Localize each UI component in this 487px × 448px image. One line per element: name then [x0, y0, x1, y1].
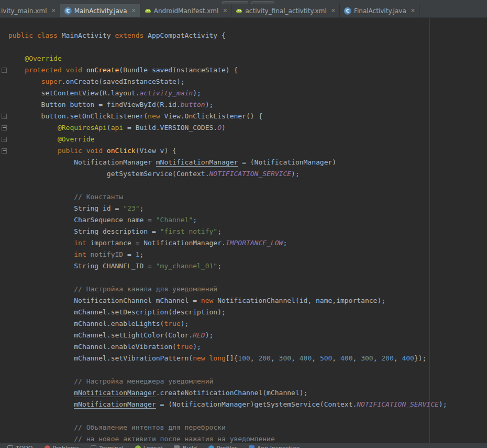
statusbar-item-build[interactable]: Build [174, 445, 197, 448]
statusbar-item-todo[interactable]: TODO [7, 445, 33, 448]
code-line: int notifyID = 1; [8, 249, 487, 260]
statusbar-label: App Inspection [257, 445, 300, 448]
problems-icon [45, 445, 50, 448]
code-line: // Настройка менеджера уведомлений [8, 376, 487, 387]
android-icon [145, 7, 151, 14]
android-icon [236, 7, 242, 14]
inspection-icon [249, 445, 254, 448]
statusbar-label: Logcat [143, 445, 163, 448]
statusbar-label: Build [182, 445, 197, 448]
statusbar-label: Problems [53, 445, 80, 448]
statusbar-item-inspection[interactable]: App Inspection [249, 445, 300, 448]
code-line [8, 41, 487, 53]
statusbar-item-terminal[interactable]: Terminal [91, 445, 124, 448]
code-line: public void onClick(View v) { [8, 145, 487, 157]
tab-androidmanifest-xml[interactable]: AndroidManifest.xml✕ [140, 4, 232, 17]
class-icon: C [64, 7, 72, 15]
fold-marker[interactable] [2, 125, 7, 130]
close-icon[interactable]: ✕ [51, 7, 56, 14]
code-line: // Обьявление интентов для переброски [8, 422, 487, 433]
tab-label: ivity_main.xml [1, 7, 47, 15]
tab-activity-final-activtity-xml[interactable]: activity_final_activtity.xml✕ [231, 4, 339, 17]
tab-label: FinalActivity.java [354, 7, 406, 15]
build-icon [174, 445, 180, 448]
tab-activity-main-xml[interactable]: ivity_main.xml✕ [0, 4, 60, 17]
status-bar: TODOProblemsTerminalLogcatBuildProfilerA… [0, 443, 487, 448]
code-line: String id = "23"; [8, 203, 487, 214]
code-line: mChannel.setVibrationPattern(new long[]{… [8, 353, 487, 364]
tab-label: AndroidManifest.xml [154, 7, 219, 15]
code-line: // Настройка канала для уведомлений [8, 283, 487, 295]
code-line: String CHANNEL_ID = "my_channel_01"; [8, 260, 487, 272]
terminal-icon [91, 445, 96, 448]
code-line: mNotificationManager = (NotificationMana… [8, 399, 487, 410]
statusbar-label: Terminal [99, 445, 124, 448]
statusbar-item-problems[interactable]: Problems [45, 445, 80, 448]
todo-icon [7, 445, 13, 448]
logcat-icon [135, 445, 141, 448]
code-line: // Константы [8, 191, 487, 203]
tab-label: activity_final_activtity.xml [245, 7, 326, 15]
statusbar-item-logcat[interactable]: Logcat [135, 445, 163, 448]
fold-marker[interactable] [2, 148, 7, 154]
code-line: Button button = findViewById(R.id.button… [8, 99, 487, 111]
statusbar-label: Profiler [217, 445, 237, 448]
code-line: // на новое активити после нажатия на ув… [8, 433, 487, 443]
code-line: public class MainActivity extends AppCom… [8, 30, 487, 41]
tab-finalactivity-java[interactable]: CFinalActivity.java✕ [340, 4, 419, 17]
close-icon[interactable]: ✕ [223, 7, 227, 14]
editor[interactable]: public class MainActivity extends AppCom… [0, 18, 487, 443]
code-line: protected void onCreate(Bundle savedInst… [8, 64, 487, 76]
code-line: mNotificationManager.createNotificationC… [8, 387, 487, 399]
statusbar-item-profiler[interactable]: Profiler [208, 445, 237, 448]
tab-label: MainActivity.java [74, 7, 127, 15]
code-line: mChannel.enableLights(true); [8, 318, 487, 330]
code-line: getSystemService(Context.NOTIFICATION_SE… [8, 168, 487, 180]
fold-marker[interactable] [2, 137, 7, 142]
tab-mainactivity-java[interactable]: CMainActivity.java✕ [60, 4, 140, 17]
tab-bar: ivity_main.xml✕CMainActivity.java✕Androi… [0, 4, 487, 18]
code-line: @RequiresApi(api = Build.VERSION_CODES.O… [8, 122, 487, 134]
code-line: String description = "first notify"; [8, 226, 487, 237]
code-line: mChannel.setLightColor(Color.RED); [8, 330, 487, 341]
class-icon: C [344, 7, 351, 15]
close-icon[interactable]: ✕ [411, 7, 415, 14]
code-line: int importance = NotificationManager.IMP… [8, 237, 487, 249]
ide-window: ivity_main.xml✕CMainActivity.java✕Androi… [0, 0, 487, 448]
code-line [8, 410, 487, 422]
code-line: CharSequence name = "Channel"; [8, 214, 487, 226]
code-area: public class MainActivity extends AppCom… [0, 18, 487, 443]
code-line [8, 364, 487, 376]
profiler-icon [208, 445, 214, 448]
fold-marker[interactable] [2, 114, 7, 119]
fold-marker[interactable] [2, 68, 7, 73]
code-line: mChannel.enableVibration(true); [8, 341, 487, 353]
code-line: super.onCreate(savedInstanceState); [8, 76, 487, 88]
statusbar-label: TODO [16, 445, 33, 448]
close-icon[interactable]: ✕ [331, 7, 336, 14]
code-line: mChannel.setDescription(description); [8, 307, 487, 318]
code-line: NotificationManager mNotificationManager… [8, 157, 487, 168]
code-line: @Override [8, 134, 487, 145]
main-toolbar [0, 0, 487, 4]
code-line: NotificationChannel mChannel = new Notif… [8, 295, 487, 307]
code-line: button.setOnClickListener(new View.OnCli… [8, 111, 487, 122]
code-line: @Override [8, 53, 487, 64]
code-line: setContentView(R.layout.activity_main); [8, 88, 487, 99]
close-icon[interactable]: ✕ [131, 7, 136, 14]
code-line [8, 272, 487, 283]
code-line [8, 180, 487, 191]
